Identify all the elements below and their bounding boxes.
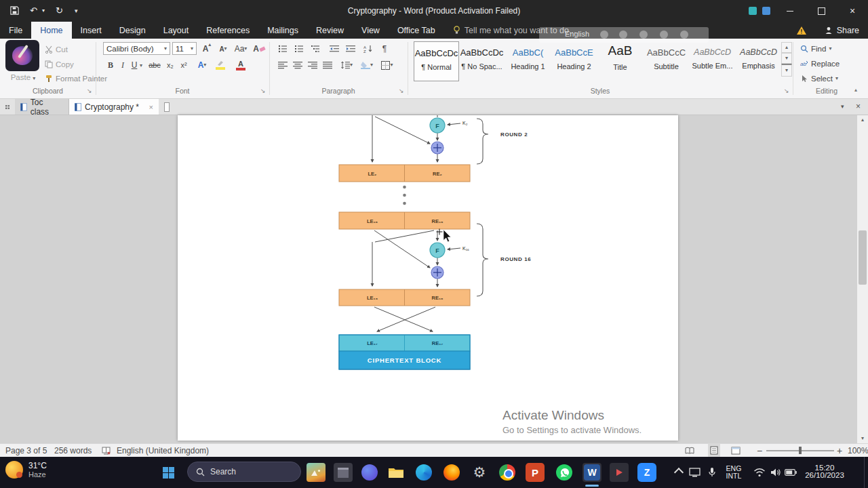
font-size-combobox[interactable]: 11 ▾: [172, 42, 197, 55]
whatsapp-icon[interactable]: [555, 463, 574, 482]
powerpoint-icon[interactable]: P: [526, 463, 545, 482]
italic-button[interactable]: I: [118, 58, 127, 72]
style-normal[interactable]: AaBbCcDc ¶ Normal: [414, 41, 459, 81]
collapse-ribbon-icon[interactable]: ▴: [854, 87, 857, 93]
copy-button[interactable]: Copy: [45, 58, 74, 70]
tab-layout[interactable]: Layout: [155, 22, 198, 39]
styles-scroll-down-button[interactable]: ▾: [781, 53, 792, 64]
bold-button[interactable]: B: [104, 58, 117, 72]
print-layout-button[interactable]: [708, 444, 720, 457]
doc-tab-toc-class[interactable]: Toc class: [15, 99, 69, 115]
paste-button[interactable]: Paste ▾: [5, 40, 41, 86]
doc-tabs-dropdown-icon[interactable]: ▾: [841, 103, 844, 110]
text-highlight-button[interactable]: [212, 58, 229, 72]
start-button[interactable]: [159, 463, 178, 482]
cut-button[interactable]: Cut: [45, 43, 68, 56]
share-button[interactable]: Share: [816, 22, 868, 39]
page-indicator[interactable]: Page 3 of 5: [5, 444, 47, 457]
office-tab-helper-icon-2[interactable]: [762, 7, 770, 15]
align-right-button[interactable]: [305, 58, 320, 72]
photos-app-icon[interactable]: [307, 463, 326, 482]
activation-warning[interactable]: [787, 22, 816, 39]
styles-scroll-up-button[interactable]: ▴: [781, 42, 792, 53]
clipboard-dialog-launcher-icon[interactable]: ↘: [87, 87, 92, 94]
find-button[interactable]: Find ▾: [800, 43, 831, 55]
replace-button[interactable]: ab Replace: [800, 58, 840, 70]
tab-view[interactable]: View: [353, 22, 389, 39]
select-button[interactable]: Select ▾: [800, 73, 838, 85]
blue-circle-app-icon[interactable]: [360, 463, 379, 482]
new-doc-tab-button[interactable]: [159, 99, 175, 115]
office-tab-helper-icon-1[interactable]: [749, 7, 757, 15]
word-count[interactable]: 256 words: [54, 444, 92, 457]
styles-gallery-expand-button[interactable]: ▾: [781, 64, 792, 77]
decrease-indent-button[interactable]: [327, 42, 342, 56]
show-paragraph-marks-button[interactable]: ¶: [377, 42, 392, 56]
tab-review[interactable]: Review: [307, 22, 353, 39]
style-title[interactable]: AaB Title: [598, 41, 642, 80]
proofing-status[interactable]: [102, 444, 111, 457]
tab-office-tab[interactable]: Office Tab: [389, 22, 444, 39]
zoom-out-button[interactable]: −: [757, 444, 762, 457]
scroll-up-icon[interactable]: ▴: [857, 115, 868, 125]
zoom-in-button[interactable]: +: [837, 444, 842, 457]
format-painter-button[interactable]: Format Painter: [45, 73, 107, 85]
media-player-icon[interactable]: [610, 463, 629, 482]
scrollbar-thumb[interactable]: [859, 230, 867, 285]
shading-button[interactable]: ▾: [358, 58, 376, 72]
style-heading2[interactable]: AaBbCcE Heading 2: [552, 41, 596, 80]
zoom-slider-thumb[interactable]: [799, 447, 802, 454]
doc-tab-close-icon[interactable]: ×: [149, 103, 153, 111]
justify-button[interactable]: [320, 58, 335, 72]
align-center-button[interactable]: [290, 58, 305, 72]
cast-display-icon[interactable]: [685, 463, 704, 482]
superscript-button[interactable]: x²: [178, 58, 190, 72]
word-taskbar-icon[interactable]: W: [583, 463, 601, 482]
grow-font-button[interactable]: A▴: [199, 42, 214, 56]
close-button[interactable]: ×: [837, 0, 868, 22]
tab-insert[interactable]: Insert: [72, 22, 111, 39]
subscript-button[interactable]: x₂: [164, 58, 176, 72]
language-indicator[interactable]: ENG INTL: [720, 465, 747, 480]
bullets-button[interactable]: [275, 42, 290, 56]
maximize-button[interactable]: [806, 0, 837, 22]
borders-button[interactable]: ▾: [378, 58, 396, 72]
doc-tabs-close-icon[interactable]: ×: [856, 102, 861, 111]
style-heading1[interactable]: AaBbC( Heading 1: [506, 41, 550, 80]
vertical-scrollbar[interactable]: ▴ ▾: [857, 115, 868, 443]
tab-mailings[interactable]: Mailings: [258, 22, 307, 39]
minimize-button[interactable]: [774, 0, 806, 22]
underline-button[interactable]: U: [129, 58, 140, 72]
web-layout-button[interactable]: [731, 444, 741, 457]
numbering-button[interactable]: [292, 42, 307, 56]
language-status[interactable]: English (United Kingdom): [117, 444, 209, 457]
multilevel-list-button[interactable]: [308, 42, 323, 56]
styles-dialog-launcher-icon[interactable]: ↘: [784, 87, 789, 94]
style-no-spacing[interactable]: AaBbCcDc ¶ No Spac...: [460, 41, 504, 80]
tray-expand-chevron-icon[interactable]: [674, 468, 684, 477]
file-explorer-icon[interactable]: [387, 463, 406, 482]
style-subtle-emphasis[interactable]: AaBbCcD Subtle Em...: [690, 41, 734, 80]
tab-design[interactable]: Design: [111, 22, 155, 39]
tab-home[interactable]: Home: [31, 22, 71, 39]
feistel-cipher-diagram[interactable]: LE₂ RE₂ LE₁₅ RE₁₅ LE₁₆ RE₁₆ LE₁₇: [178, 115, 678, 441]
edge-icon[interactable]: [414, 463, 433, 482]
firefox-icon[interactable]: [442, 463, 461, 482]
read-mode-button[interactable]: [685, 444, 694, 457]
strikethrough-button[interactable]: abc: [146, 58, 163, 72]
battery-icon[interactable]: [781, 463, 800, 482]
scroll-down-icon[interactable]: ▾: [857, 434, 868, 443]
tab-references[interactable]: References: [197, 22, 258, 39]
search-box[interactable]: Search: [187, 462, 301, 482]
tab-file[interactable]: File: [0, 22, 31, 39]
font-color-button[interactable]: A: [232, 58, 250, 72]
weather-widget[interactable]: 31°C Haze: [5, 461, 47, 479]
text-effects-button[interactable]: A▾: [195, 58, 209, 72]
change-case-button[interactable]: Aa▾: [232, 42, 250, 56]
style-subtitle[interactable]: AaBbCcC Subtitle: [644, 41, 688, 80]
paragraph-dialog-launcher-icon[interactable]: ↘: [399, 87, 404, 94]
style-emphasis[interactable]: AaBbCcD Emphasis: [736, 41, 781, 80]
tab-list-button[interactable]: [0, 99, 15, 115]
window-app-icon[interactable]: [334, 463, 353, 482]
shrink-font-button[interactable]: A▾: [216, 42, 231, 56]
